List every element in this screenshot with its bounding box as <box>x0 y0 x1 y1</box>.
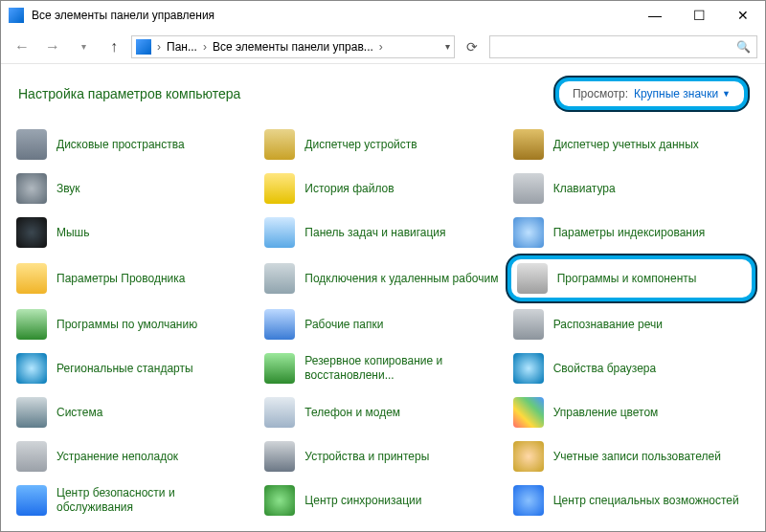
control-panel-item-programs-features[interactable]: Программы и компоненты <box>507 255 755 301</box>
remote-desktop-icon <box>264 263 295 294</box>
item-label: Региональные стандарты <box>56 362 193 376</box>
phone-modem-icon <box>264 397 295 428</box>
sound-icon <box>16 173 47 204</box>
control-panel-item-sound[interactable]: Звук <box>11 167 259 210</box>
explorer-options-icon <box>16 263 47 294</box>
control-panel-item-color-management[interactable]: Управление цветом <box>507 391 755 433</box>
item-label: Клавиатура <box>553 182 616 196</box>
item-label: Управление цветом <box>553 406 659 420</box>
control-panel-item-credential-manager[interactable]: Диспетчер учетных данных <box>507 123 755 166</box>
item-label: История файлов <box>304 182 394 196</box>
breadcrumb-item[interactable]: Пан... <box>167 40 197 54</box>
recent-locations-button[interactable]: ▾ <box>70 33 97 60</box>
item-label: Центр специальных возможностей <box>553 494 739 508</box>
up-button[interactable]: ↑ <box>101 33 127 60</box>
item-label: Система <box>56 406 102 420</box>
view-value[interactable]: Крупные значки ▼ <box>634 87 731 100</box>
control-panel-item-user-accounts[interactable]: Учетные записи пользователей <box>507 435 755 477</box>
chevron-right-icon[interactable]: › <box>203 40 207 54</box>
search-input[interactable]: 🔍 <box>489 35 757 58</box>
control-panel-item-indexing-options[interactable]: Параметры индексирования <box>507 211 755 254</box>
control-panel-item-keyboard[interactable]: Клавиатура <box>507 167 755 210</box>
control-panel-item-storage-spaces[interactable]: Дисковые пространства <box>11 123 259 166</box>
item-label: Учетные записи пользователей <box>553 450 721 464</box>
chevron-down-icon: ▼ <box>722 89 731 99</box>
control-panel-item-ease-of-access[interactable]: Центр специальных возможностей <box>507 479 755 521</box>
control-panel-item-sync-center[interactable]: Центр синхронизации <box>259 479 507 521</box>
maximize-button[interactable]: ☐ <box>677 1 721 30</box>
window-controls: — ☐ ✕ <box>633 1 765 30</box>
item-label: Диспетчер учетных данных <box>553 138 699 152</box>
sync-center-icon <box>264 485 295 516</box>
item-label: Диспетчер устройств <box>304 138 417 152</box>
forward-button[interactable]: → <box>39 33 66 60</box>
content-header: Настройка параметров компьютера Просмотр… <box>1 64 765 120</box>
view-label: Просмотр: <box>573 87 628 100</box>
control-panel-item-phone-modem[interactable]: Телефон и модем <box>259 391 507 433</box>
control-panel-item-remote-desktop[interactable]: Подключения к удаленным рабочим <box>259 255 507 301</box>
chevron-right-icon[interactable]: › <box>157 40 161 54</box>
control-panel-item-system[interactable]: Система <box>11 391 259 433</box>
item-label: Распознавание речи <box>553 318 663 332</box>
control-panel-item-troubleshooting[interactable]: Устранение неполадок <box>11 435 259 477</box>
control-panel-item-explorer-options[interactable]: Параметры Проводника <box>11 255 259 301</box>
control-panel-item-backup-restore[interactable]: Резервное копирование и восстановлени... <box>259 347 507 389</box>
storage-spaces-icon <box>16 129 47 160</box>
troubleshooting-icon <box>16 441 47 472</box>
item-label: Центр синхронизации <box>304 494 421 508</box>
view-selector[interactable]: Просмотр: Крупные значки ▼ <box>555 78 748 110</box>
item-label: Устройства и принтеры <box>304 450 429 464</box>
control-panel-item-security-maintenance[interactable]: Центр безопасности и обслуживания <box>11 479 259 521</box>
titlebar: Все элементы панели управления — ☐ ✕ <box>1 1 765 30</box>
color-management-icon <box>513 397 544 428</box>
control-panel-item-mouse[interactable]: Мышь <box>11 211 259 254</box>
control-panel-item-taskbar-navigation[interactable]: Панель задач и навигация <box>259 211 507 254</box>
backup-restore-icon <box>264 353 295 384</box>
navigation-bar: ← → ▾ ↑ › Пан... › Все элементы панели у… <box>1 30 765 64</box>
item-label: Свойства браузера <box>553 362 657 376</box>
taskbar-navigation-icon <box>264 217 295 248</box>
back-button[interactable]: ← <box>9 33 35 60</box>
item-label: Мышь <box>56 226 90 240</box>
control-panel-item-internet-options[interactable]: Свойства браузера <box>507 347 755 389</box>
chevron-right-icon[interactable]: › <box>379 40 383 54</box>
user-accounts-icon <box>513 441 544 472</box>
work-folders-icon <box>264 309 295 340</box>
mouse-icon <box>16 217 47 248</box>
item-label: Программы и компоненты <box>557 272 697 286</box>
item-label: Центр безопасности и обслуживания <box>56 486 253 515</box>
address-bar[interactable]: › Пан... › Все элементы панели управ... … <box>131 35 455 58</box>
control-panel-item-speech-recognition[interactable]: Распознавание речи <box>507 303 755 345</box>
close-button[interactable]: ✕ <box>721 1 765 30</box>
control-panel-item-default-programs[interactable]: Программы по умолчанию <box>11 303 259 345</box>
control-panel-item-devices-printers[interactable]: Устройства и принтеры <box>259 435 507 477</box>
item-label: Рабочие папки <box>304 318 383 332</box>
item-label: Подключения к удаленным рабочим <box>304 272 498 286</box>
search-icon: 🔍 <box>736 40 751 54</box>
default-programs-icon <box>16 309 47 340</box>
breadcrumb-item[interactable]: Все элементы панели управ... <box>213 40 373 54</box>
internet-options-icon <box>513 353 544 384</box>
credential-manager-icon <box>513 129 544 160</box>
indexing-options-icon <box>513 217 544 248</box>
system-icon <box>16 397 47 428</box>
control-panel-item-work-folders[interactable]: Рабочие папки <box>259 303 507 345</box>
programs-features-icon <box>517 263 548 294</box>
ease-of-access-icon <box>513 485 544 516</box>
item-label: Панель задач и навигация <box>304 226 445 240</box>
item-label: Резервное копирование и восстановлени... <box>304 354 501 383</box>
item-label: Телефон и модем <box>304 406 400 420</box>
minimize-button[interactable]: — <box>633 1 677 30</box>
control-panel-item-device-manager[interactable]: Диспетчер устройств <box>259 123 507 166</box>
refresh-button[interactable]: ⟳ <box>459 35 485 58</box>
address-dropdown-icon[interactable]: ▾ <box>445 41 450 52</box>
control-panel-item-file-history[interactable]: История файлов <box>259 167 507 210</box>
devices-printers-icon <box>264 441 295 472</box>
control-panel-item-region[interactable]: Региональные стандарты <box>11 347 259 389</box>
security-maintenance-icon <box>16 485 47 516</box>
item-label: Программы по умолчанию <box>56 318 197 332</box>
region-icon <box>16 353 47 384</box>
device-manager-icon <box>264 129 295 160</box>
control-panel-icon <box>9 8 24 23</box>
speech-recognition-icon <box>513 309 544 340</box>
